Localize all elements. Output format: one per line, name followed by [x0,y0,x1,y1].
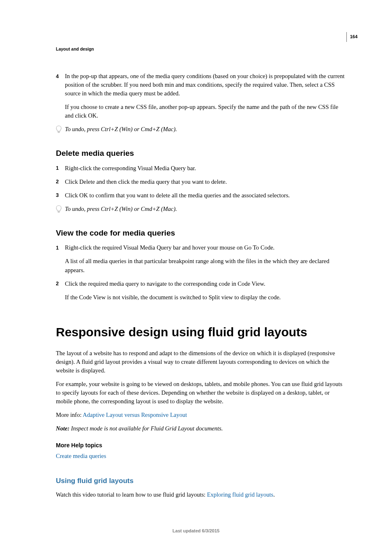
section-heading-delete: Delete media queries [56,148,346,159]
body-text: The layout of a website has to respond a… [56,349,346,375]
breadcrumb: Layout and design [56,46,346,52]
step-text: A list of all media queries in that part… [65,257,346,274]
tip: To undo, press Ctrl+Z (Win) or Cmd+Z (Ma… [56,205,346,216]
lightbulb-icon [56,205,65,216]
svg-rect-2 [58,211,60,212]
link-adaptive-vs-responsive[interactable]: Adaptive Layout versus Responsive Layout [83,412,187,418]
section-heading-view-code: View the code for media queries [56,227,346,239]
list-item: 2 Click the required media query to navi… [56,280,346,302]
body-text: For example, your website is going to be… [56,380,346,406]
link-exploring-fluid-grid[interactable]: Exploring fluid grid layouts [207,491,274,498]
svg-rect-3 [58,212,60,213]
step-marker: 1 [56,164,65,173]
link-create-media-queries[interactable]: Create media queries [56,453,106,459]
list-item: 1 Right-click the required Visual Media … [56,243,346,274]
note: Note: Inspect mode is not available for … [56,424,346,433]
lightbulb-icon [56,125,65,136]
list-item: 2 Click Delete and then click the media … [56,178,346,186]
note-text: Inspect mode is not available for Fluid … [71,425,223,432]
footer-last-updated: Last updated 6/3/2015 [0,528,392,534]
using-suffix: . [273,491,275,498]
step-text: Click OK to confirm that you want to del… [65,191,346,200]
step-text: If the Code View is not visible, the doc… [65,293,346,302]
tip: To undo, press Ctrl+Z (Win) or Cmd+Z (Ma… [56,125,346,136]
more-info-prefix: More info: [56,412,83,418]
list-item: 1 Right-click the corresponding Visual M… [56,164,346,173]
step-marker: 3 [56,191,65,200]
svg-rect-1 [58,132,60,133]
step-text: Click the required media query to naviga… [65,280,346,288]
step-marker: 2 [56,280,65,302]
body-text: Watch this video tutorial to learn how t… [56,490,346,499]
step-marker: 2 [56,178,65,186]
step-text: Right-click the required Visual Media Qu… [65,243,346,252]
page-title-responsive: Responsive design using fluid grid layou… [56,323,346,341]
page-number: 164 [346,32,357,42]
tip-text: To undo, press Ctrl+Z (Win) or Cmd+Z (Ma… [65,205,346,213]
step-text: Right-click the corresponding Visual Med… [65,164,346,173]
body-text: More info: Adaptive Layout versus Respon… [56,411,346,419]
section-heading-using-fluid: Using fluid grid layouts [56,476,346,486]
svg-rect-0 [58,132,60,132]
tip-text: To undo, press Ctrl+Z (Win) or Cmd+Z (Ma… [65,125,346,134]
step-marker: 1 [56,243,65,274]
using-prefix: Watch this video tutorial to learn how t… [56,491,207,498]
step-text: Click Delete and then click the media qu… [65,178,346,186]
list-item: 4 In the pop-up that appears, one of the… [56,72,346,120]
step-text: If you choose to create a new CSS file, … [65,103,346,120]
more-help-heading: More Help topics [56,441,346,449]
body-text: Create media queries [56,452,346,460]
step-marker: 4 [56,72,65,120]
note-label: Note: [56,425,71,432]
list-item: 3 Click OK to confirm that you want to d… [56,191,346,200]
step-text: In the pop-up that appears, one of the m… [65,72,346,98]
